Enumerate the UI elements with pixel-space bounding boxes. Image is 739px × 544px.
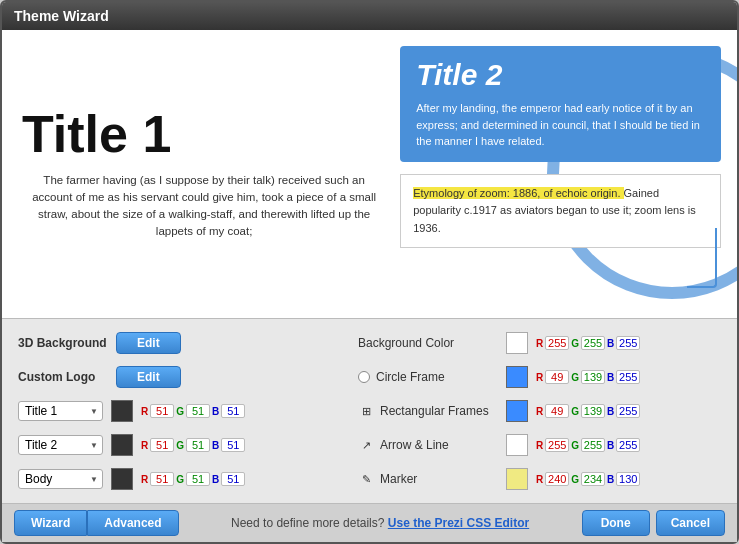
hint-text: Need to define more details? [231, 516, 384, 530]
css-editor-link[interactable]: Use the Prezi CSS Editor [388, 516, 529, 530]
advanced-tab[interactable]: Advanced [87, 510, 178, 536]
done-button[interactable]: Done [582, 510, 650, 536]
custom-logo-label: Custom Logo [18, 370, 108, 384]
body-b[interactable]: 51 [221, 472, 245, 486]
title2-dropdown[interactable]: Title 2 [18, 435, 103, 455]
rect-b[interactable]: 255 [616, 404, 640, 418]
arrow-g[interactable]: 255 [581, 438, 605, 452]
arrow-text: Arrow & Line [380, 438, 449, 452]
bg3d-edit-button[interactable]: Edit [116, 332, 181, 354]
controls-right: Background Color R 255 G 255 B 255 [338, 329, 721, 493]
bg-color-row: Background Color R 255 G 255 B 255 [358, 329, 721, 357]
bg-color-swatch[interactable] [506, 332, 528, 354]
circle-frame-radio[interactable] [358, 371, 370, 383]
bg3d-label: 3D Background [18, 336, 108, 350]
bg-color-rgb: R 255 G 255 B 255 [536, 336, 640, 350]
arrow-b[interactable]: 255 [616, 438, 640, 452]
body-color-swatch[interactable] [111, 468, 133, 490]
slide-preview: Title 1 The farmer having (as I suppose … [2, 30, 737, 318]
title1-row: Title 1 R 51 G 51 B 51 [18, 397, 338, 425]
arrow-swatch[interactable] [506, 434, 528, 456]
rect-frames-row: ⊞ Rectangular Frames R 49 G 139 B 255 [358, 397, 721, 425]
rect-frames-swatch[interactable] [506, 400, 528, 422]
theme-wizard-window: Theme Wizard Title 1 The farmer having (… [0, 0, 739, 544]
cancel-button[interactable]: Cancel [656, 510, 725, 536]
bg-g[interactable]: 255 [581, 336, 605, 350]
marker-b[interactable]: 130 [616, 472, 640, 486]
bg-b[interactable]: 255 [616, 336, 640, 350]
title1-g[interactable]: 51 [186, 404, 210, 418]
title1-rgb: R 51 G 51 B 51 [141, 404, 245, 418]
rect-frames-label: ⊞ Rectangular Frames [358, 403, 498, 419]
window-title: Theme Wizard [14, 8, 109, 24]
circle-frame-text: Circle Frame [376, 370, 445, 384]
title1-text: Title 1 [22, 108, 386, 160]
marker-rgb: R 240 G 234 B 130 [536, 472, 640, 486]
body-dropdown-wrapper[interactable]: Body [18, 469, 103, 489]
title1-b[interactable]: 51 [221, 404, 245, 418]
bg3d-row: 3D Background Edit [18, 329, 338, 357]
controls-row: 3D Background Edit Custom Logo Edit Titl… [18, 329, 721, 493]
controls-area: 3D Background Edit Custom Logo Edit Titl… [2, 318, 737, 503]
title2-body: After my landing, the emperor had early … [416, 100, 705, 150]
controls-left: 3D Background Edit Custom Logo Edit Titl… [18, 329, 338, 493]
title1-dropdown-wrapper[interactable]: Title 1 [18, 401, 103, 421]
rect-frames-icon: ⊞ [358, 403, 374, 419]
slide-left: Title 1 The farmer having (as I suppose … [2, 30, 406, 318]
title-bar: Theme Wizard [2, 2, 737, 30]
bottom-bar: Wizard Advanced Need to define more deta… [2, 503, 737, 542]
connector-decoration [687, 228, 717, 288]
etymology-box: Etymology of zoom: 1886, of echoic origi… [400, 174, 721, 249]
rect-r[interactable]: 49 [545, 404, 569, 418]
rect-rgb: R 49 G 139 B 255 [536, 404, 640, 418]
marker-swatch[interactable] [506, 468, 528, 490]
arrow-rgb: R 255 G 255 B 255 [536, 438, 640, 452]
marker-icon: ✎ [358, 471, 374, 487]
circle-frame-row: Circle Frame R 49 G 139 B 255 [358, 363, 721, 391]
action-buttons: Done Cancel [582, 510, 725, 536]
body-rgb: R 51 G 51 B 51 [141, 472, 245, 486]
wizard-tab[interactable]: Wizard [14, 510, 87, 536]
circle-frame-swatch[interactable] [506, 366, 528, 388]
circle-b[interactable]: 255 [616, 370, 640, 384]
arrow-row: ↗ Arrow & Line R 255 G 255 B 255 [358, 431, 721, 459]
rect-frames-text: Rectangular Frames [380, 404, 489, 418]
marker-text: Marker [380, 472, 417, 486]
slide-right: Title 2 After my landing, the emperor ha… [384, 30, 737, 318]
custom-logo-row: Custom Logo Edit [18, 363, 338, 391]
title1-r[interactable]: 51 [150, 404, 174, 418]
bottom-hint: Need to define more details? Use the Pre… [231, 516, 529, 530]
title2-g[interactable]: 51 [186, 438, 210, 452]
preview-area: Title 1 The farmer having (as I suppose … [2, 30, 737, 318]
custom-logo-edit-button[interactable]: Edit [116, 366, 181, 388]
title1-dropdown[interactable]: Title 1 [18, 401, 103, 421]
etymology-text1: Etymology of zoom: [413, 187, 510, 199]
circle-frame-label: Circle Frame [358, 370, 498, 384]
title2-text: Title 2 [416, 58, 705, 92]
marker-r[interactable]: 240 [545, 472, 569, 486]
title2-dropdown-wrapper[interactable]: Title 2 [18, 435, 103, 455]
title2-rgb: R 51 G 51 B 51 [141, 438, 245, 452]
title2-r[interactable]: 51 [150, 438, 174, 452]
title2-b[interactable]: 51 [221, 438, 245, 452]
marker-row: ✎ Marker R 240 G 234 B 130 [358, 465, 721, 493]
bg-r[interactable]: 255 [545, 336, 569, 350]
etymology-text2: 1886, of echoic origin. [513, 187, 621, 199]
circle-r[interactable]: 49 [545, 370, 569, 384]
tab-buttons: Wizard Advanced [14, 510, 179, 536]
body-dropdown[interactable]: Body [18, 469, 103, 489]
body-r[interactable]: 51 [150, 472, 174, 486]
circle-g[interactable]: 139 [581, 370, 605, 384]
body-row: Body R 51 G 51 B 51 [18, 465, 338, 493]
marker-g[interactable]: 234 [581, 472, 605, 486]
rect-g[interactable]: 139 [581, 404, 605, 418]
arrow-r[interactable]: 255 [545, 438, 569, 452]
title2-row: Title 2 R 51 G 51 B 51 [18, 431, 338, 459]
body-g[interactable]: 51 [186, 472, 210, 486]
arrow-label: ↗ Arrow & Line [358, 437, 498, 453]
etymology-highlight: Etymology of zoom: 1886, of echoic origi… [413, 187, 623, 199]
title2-color-swatch[interactable] [111, 434, 133, 456]
marker-label: ✎ Marker [358, 471, 498, 487]
title1-color-swatch[interactable] [111, 400, 133, 422]
body-text: The farmer having (as I suppose by their… [22, 172, 386, 241]
